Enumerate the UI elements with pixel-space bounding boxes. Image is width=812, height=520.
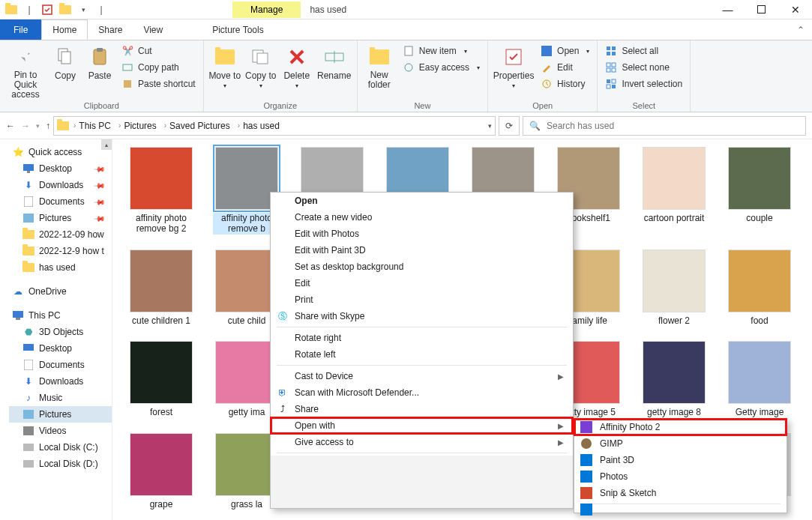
- delete-button[interactable]: Delete▾: [280, 42, 313, 89]
- sidebar-desktop[interactable]: Desktop📌: [9, 160, 112, 177]
- copy-path-button[interactable]: Copy path: [118, 60, 199, 75]
- file-item[interactable]: cute children 1: [127, 250, 195, 326]
- copy-to-button[interactable]: Copy to▾: [244, 42, 277, 89]
- tab-share[interactable]: Share: [88, 19, 133, 40]
- sidebar-pictures[interactable]: Pictures📌: [9, 210, 112, 226]
- file-item[interactable]: Getty image: [726, 341, 793, 417]
- breadcrumb-segment[interactable]: ›This PC: [70, 121, 114, 131]
- sidebar-music[interactable]: ♪Music: [9, 390, 112, 406]
- sidebar-this-pc[interactable]: This PC: [9, 307, 112, 324]
- tab-view[interactable]: View: [133, 19, 173, 40]
- properties-button[interactable]: Properties▾: [493, 42, 535, 89]
- collapse-ribbon-icon[interactable]: ⌃: [790, 19, 812, 40]
- sidebar-quick-access[interactable]: ⭐Quick access: [9, 144, 112, 160]
- file-item[interactable]: grape: [127, 433, 195, 510]
- open-button[interactable]: Open▾: [538, 43, 592, 58]
- copy-button[interactable]: Copy: [49, 42, 81, 81]
- folder-icon[interactable]: [57, 1, 73, 18]
- move-to-button[interactable]: Move to▾: [208, 42, 241, 89]
- rename-button[interactable]: Rename: [316, 42, 352, 81]
- new-folder-button[interactable]: New folder: [362, 42, 397, 90]
- ctx-share-skype[interactable]: ⓈShare with Skype: [271, 308, 573, 324]
- ctx-more-apps[interactable]: [574, 507, 787, 513]
- new-item-button[interactable]: New item▾: [400, 43, 483, 58]
- select-none-button[interactable]: Select none: [602, 60, 685, 75]
- sidebar-pictures[interactable]: Pictures: [9, 406, 112, 423]
- file-item[interactable]: affinity photo remove bg 2: [127, 147, 195, 235]
- sidebar-recent-folder[interactable]: 2022-12-9 how t: [9, 243, 112, 259]
- invert-selection-button[interactable]: Invert selection: [602, 76, 685, 91]
- ctx-give-access[interactable]: Give access to▶: [271, 434, 573, 450]
- edit-button[interactable]: Edit: [538, 60, 592, 75]
- ctx-cast[interactable]: Cast to Device▶: [271, 368, 573, 384]
- sidebar-documents[interactable]: Documents: [9, 357, 112, 373]
- ctx-rotate-right[interactable]: Rotate right: [271, 330, 573, 346]
- maximize-button[interactable]: [745, 0, 778, 19]
- ctx-share[interactable]: ⤴Share: [271, 401, 573, 417]
- sidebar-documents[interactable]: Documents📌: [9, 193, 112, 210]
- sidebar-downloads[interactable]: ⬇Downloads: [9, 373, 112, 390]
- address-dropdown-icon[interactable]: ▾: [488, 122, 492, 130]
- close-button[interactable]: ✕: [778, 0, 812, 19]
- sidebar-recent-folder[interactable]: has used: [9, 259, 112, 276]
- properties-icon[interactable]: [39, 1, 55, 18]
- easy-access-button[interactable]: Easy access▾: [400, 60, 483, 75]
- ctx-edit-paint3d[interactable]: Edit with Paint 3D: [271, 242, 573, 259]
- scrollbar-up-icon[interactable]: ▴: [101, 139, 112, 150]
- ctx-open-with[interactable]: Open with▶: [271, 417, 573, 434]
- breadcrumb-segment[interactable]: ›Pictures: [115, 121, 160, 131]
- back-button[interactable]: ←: [6, 121, 15, 131]
- up-button[interactable]: ↑: [46, 121, 50, 131]
- ctx-set-background[interactable]: Set as desktop background: [271, 259, 573, 275]
- qat-dropdown-icon[interactable]: ▾: [75, 1, 91, 18]
- ctx-rotate-left[interactable]: Rotate left: [271, 346, 573, 363]
- search-box[interactable]: 🔍: [523, 116, 806, 136]
- file-item[interactable]: forest: [127, 341, 195, 417]
- svg-rect-38: [23, 426, 34, 435]
- ctx-edit[interactable]: Edit: [271, 275, 573, 291]
- chevron-right-icon: ▶: [558, 438, 564, 447]
- paste-button[interactable]: Paste: [84, 42, 115, 81]
- ctx-print[interactable]: Print: [271, 291, 573, 308]
- ctx-snip-sketch[interactable]: Snip & Sketch: [574, 485, 787, 501]
- sidebar-disk-c[interactable]: Local Disk (C:): [9, 439, 112, 456]
- sidebar-recent-folder[interactable]: 2022-12-09 how: [9, 226, 112, 243]
- ctx-gimp[interactable]: GIMP: [574, 435, 787, 452]
- file-item[interactable]: flower 2: [640, 250, 708, 326]
- sidebar-3d-objects[interactable]: ⬣3D Objects: [9, 324, 112, 340]
- paste-shortcut-button[interactable]: Paste shortcut: [118, 76, 199, 91]
- file-item[interactable]: cartoon portrait: [640, 147, 708, 235]
- pin-to-quick-access-button[interactable]: Pin to Quick access: [4, 42, 46, 100]
- ctx-edit-photos[interactable]: Edit with Photos: [271, 226, 573, 242]
- tab-home[interactable]: Home: [41, 19, 88, 40]
- ctx-defender[interactable]: ⛨Scan with Microsoft Defender...: [271, 384, 573, 401]
- sidebar-videos[interactable]: Videos: [9, 423, 112, 439]
- breadcrumb-segment[interactable]: ›has used: [235, 121, 283, 131]
- select-all-button[interactable]: Select all: [602, 43, 685, 58]
- tab-file[interactable]: File: [0, 19, 41, 40]
- file-item[interactable]: couple: [726, 147, 793, 235]
- forward-button[interactable]: →: [21, 121, 30, 131]
- recent-locations-icon[interactable]: ▾: [36, 122, 40, 130]
- search-input[interactable]: [547, 121, 799, 131]
- minimize-button[interactable]: —: [711, 0, 745, 19]
- sidebar-desktop[interactable]: Desktop: [9, 340, 112, 357]
- ctx-paint3d[interactable]: Paint 3D: [574, 452, 787, 468]
- sidebar-onedrive[interactable]: ☁OneDrive: [9, 283, 112, 300]
- sidebar-disk-d[interactable]: Local Disk (D:): [9, 456, 112, 472]
- refresh-button[interactable]: ⟳: [499, 116, 520, 136]
- ctx-create findvideo[interactable]: Create a new video: [271, 209, 573, 226]
- cut-button[interactable]: ✂️Cut: [118, 43, 199, 58]
- tab-picture-tools[interactable]: Picture Tools: [202, 19, 274, 40]
- file-item[interactable]: getty image 8: [640, 341, 708, 417]
- breadcrumb-segment[interactable]: ›Saved Pictures: [161, 121, 233, 131]
- address-bar[interactable]: ›This PC ›Pictures ›Saved Pictures ›has …: [53, 116, 496, 136]
- ctx-open[interactable]: Open: [271, 193, 573, 209]
- sidebar-downloads[interactable]: ⬇Downloads📌: [9, 177, 112, 193]
- file-item[interactable]: food: [726, 250, 793, 326]
- gimp-icon: [580, 438, 592, 450]
- ctx-affinity-photo[interactable]: Affinity Photo 2: [574, 419, 787, 435]
- manage-contextual-tab[interactable]: Manage: [232, 1, 301, 18]
- ctx-photos[interactable]: Photos: [574, 468, 787, 485]
- history-button[interactable]: History: [538, 76, 592, 91]
